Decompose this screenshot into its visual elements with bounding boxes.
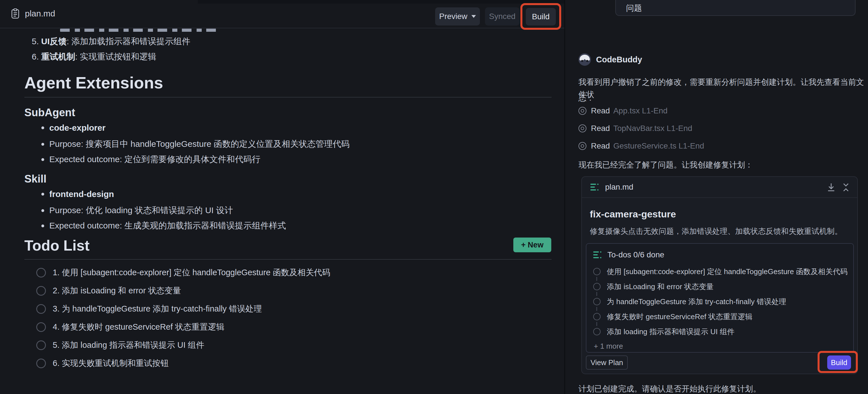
bullet-text: Expected outcome: 生成美观的加载指示器和错误提示组件样式 — [49, 220, 286, 232]
todo-row: 5. 添加 loading 指示器和错误提示 UI 组件 — [36, 340, 204, 350]
plan-heading: fix-camera-gesture — [590, 209, 676, 220]
read-action: Read — [591, 142, 610, 151]
editor-toolbar: plan.md Preview Synced Build — [0, 0, 564, 28]
todo-row: 4. 修复失败时 gestureServiceRef 状态重置逻辑 — [36, 322, 224, 332]
bullet-text: Purpose: 搜索项目中 handleToggleGesture 函数的定义… — [49, 138, 349, 150]
todo-connector — [596, 322, 597, 326]
pane-divider — [564, 0, 565, 394]
todos-header: To-dos 0/6 done — [593, 250, 664, 259]
todo-checkbox[interactable] — [36, 359, 46, 368]
chevron-down-icon — [471, 15, 476, 18]
plan-card-header: plan.md — [582, 177, 857, 198]
todo-text: 6. 实现失败重试机制和重试按钮 — [53, 358, 168, 369]
todo-connector — [596, 292, 597, 296]
bullet-item: Expected outcome: 生成美观的加载指示器和错误提示组件样式 — [41, 220, 286, 232]
item-number: 6. — [32, 52, 41, 61]
preview-dropdown[interactable]: Preview — [435, 7, 480, 26]
heading-agent-extensions: Agent Extensions — [24, 73, 163, 92]
todo-checkbox[interactable] — [36, 268, 46, 277]
plan-todo-checkbox[interactable] — [593, 283, 600, 290]
item-number: 5. — [32, 36, 41, 46]
bullet-item: code-explorer — [41, 123, 105, 133]
todo-text: 4. 修复失败时 gestureServiceRef 状态重置逻辑 — [53, 322, 224, 333]
heading-todo-list: Todo List — [24, 237, 90, 254]
todo-row: 1. 使用 [subagent:code-explorer] 定位 handle… — [36, 268, 330, 277]
todo-text: 3. 为 handleToggleGesture 添加 try-catch-fi… — [53, 303, 262, 315]
todo-checkbox[interactable] — [36, 322, 46, 332]
assistant-message2: 现在我已经完全了解了问题。让我创建修复计划： — [579, 159, 753, 171]
eye-icon — [579, 124, 586, 132]
file-title-group: plan.md — [11, 0, 55, 27]
user-message-text: 问题 — [626, 3, 642, 13]
plan-todo-row: 为 handleToggleGesture 添加 try-catch-final… — [593, 298, 786, 305]
todo-connector — [596, 277, 597, 281]
todo-checkbox[interactable] — [36, 304, 46, 314]
todo-row: 2. 添加 isLoading 和 error 状态变量 — [36, 286, 181, 296]
bullet-dot — [41, 209, 44, 212]
plan-todo-row: 修复失败时 gestureServiceRef 状态重置逻辑 — [593, 313, 752, 320]
read-file-row[interactable]: Read TopNavBar.tsx L1-End — [579, 124, 692, 133]
plan-todo-row: 使用 [subagent:code-explorer] 定位 handleTog… — [593, 268, 847, 275]
view-plan-button[interactable]: View Plan — [586, 356, 628, 370]
checklist-icon — [593, 251, 602, 259]
bullet-dot — [41, 143, 44, 146]
plan-description: 修复摄像头点击无效问题，添加错误处理、加载状态反馈和失败重试机制。 — [590, 226, 842, 236]
todo-text: 5. 添加 loading 指示器和错误提示 UI 组件 — [53, 340, 204, 351]
synced-status: Synced — [485, 7, 520, 26]
plan-todo-text: 添加 loading 指示器和错误提示 UI 组件 — [607, 327, 735, 337]
bullet-dot — [41, 224, 44, 227]
assistant-message3: 计划已创建完成。请确认是否开始执行此修复计划。 — [579, 383, 761, 394]
read-action: Read — [591, 106, 610, 115]
plan-card-title: plan.md — [605, 183, 633, 192]
read-target: GestureService.ts L1-End — [613, 142, 704, 151]
todo-checkbox[interactable] — [36, 286, 46, 296]
build-button-card[interactable]: Build — [827, 356, 851, 370]
bullet-text: code-explorer — [49, 123, 105, 133]
heading-subagent: SubAgent — [24, 107, 75, 119]
collapse-icon[interactable] — [841, 183, 850, 193]
plan-todo-checkbox[interactable] — [593, 268, 600, 275]
download-icon[interactable] — [827, 183, 836, 193]
todos-header-label: To-dos 0/6 done — [608, 250, 664, 260]
todo-text: 1. 使用 [subagent:code-explorer] 定位 handle… — [53, 267, 330, 278]
bullet-item: Expected outcome: 定位到需要修改的具体文件和代码行 — [41, 154, 260, 165]
bullet-item: frontend-design — [41, 189, 114, 199]
new-todo-label: + New — [521, 241, 544, 249]
todo-connector — [596, 307, 597, 311]
more-todos-link[interactable]: + 1 more — [594, 342, 623, 351]
plan-todo-text: 为 handleToggleGesture 添加 try-catch-final… — [607, 297, 786, 307]
user-message-bubble: 问题 — [615, 0, 856, 16]
plan-todo-checkbox[interactable] — [593, 328, 600, 335]
file-title: plan.md — [25, 9, 55, 19]
bullet-dot — [41, 126, 44, 129]
bullet-text: Expected outcome: 定位到需要修改的具体文件和代码行 — [49, 154, 260, 165]
clipped-text-line — [60, 29, 219, 32]
plan-todo-checkbox[interactable] — [593, 313, 600, 320]
read-action: Read — [591, 124, 610, 133]
assistant-message-line1: 我看到用户撤销了之前的修改，需要重新分析问题并创建计划。让我先查看当前文件状 — [579, 76, 868, 101]
doc-numbered-item: 5. UI反馈: 添加加载指示器和错误提示组件 — [32, 36, 190, 47]
todo-checkbox[interactable] — [36, 340, 46, 350]
clipboard-icon — [11, 8, 19, 19]
todo-row: 3. 为 handleToggleGesture 添加 try-catch-fi… — [36, 304, 262, 314]
plan-todo-text: 使用 [subagent:code-explorer] 定位 handleTog… — [607, 267, 847, 277]
read-file-row[interactable]: Read GestureService.ts L1-End — [579, 142, 704, 150]
build-button-top[interactable]: Build — [526, 8, 556, 26]
plan-todo-checkbox[interactable] — [593, 298, 600, 305]
assistant-header: CodeBuddy — [579, 53, 642, 66]
todo-text: 2. 添加 isLoading 和 error 状态变量 — [53, 285, 181, 297]
bullet-item: Purpose: 搜索项目中 handleToggleGesture 函数的定义… — [41, 138, 349, 150]
plan-todo-text: 修复失败时 gestureServiceRef 状态重置逻辑 — [607, 312, 752, 322]
new-todo-button[interactable]: + New — [513, 238, 551, 252]
item-strong: UI反馈 — [41, 36, 67, 46]
bullet-dot — [41, 193, 44, 195]
read-file-row[interactable]: Read App.tsx L1-End — [579, 107, 668, 115]
bullet-item: Purpose: 优化 loading 状态和错误提示的 UI 设计 — [41, 205, 233, 216]
item-text: : 实现重试按钮和逻辑 — [75, 52, 156, 61]
plan-todo-text: 添加 isLoading 和 error 状态变量 — [607, 282, 714, 292]
assistant-message-line2: 态： — [579, 92, 594, 104]
codebuddy-avatar — [579, 53, 591, 66]
bullet-dot — [41, 158, 44, 161]
eye-icon — [579, 142, 586, 150]
preview-label: Preview — [439, 12, 467, 21]
